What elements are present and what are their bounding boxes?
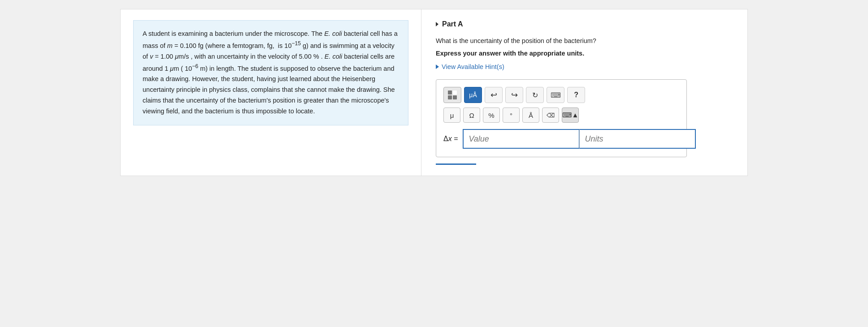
right-panel: Part A What is the uncertainty of the po… xyxy=(421,9,747,176)
undo-icon: ↩ xyxy=(490,90,497,100)
page-container: A student is examining a bacterium under… xyxy=(120,9,748,176)
question-text: What is the uncertainty of the position … xyxy=(436,37,733,44)
grid-button[interactable] xyxy=(443,87,461,103)
value-input[interactable] xyxy=(463,129,579,149)
left-panel: A student is examining a bacterium under… xyxy=(121,9,421,176)
degree-button[interactable]: ° xyxy=(503,108,520,123)
grid-cell-2 xyxy=(453,90,457,95)
mu-symbol: μ xyxy=(450,112,454,119)
undo-button[interactable]: ↩ xyxy=(485,87,503,103)
input-row: Δx = xyxy=(443,129,679,149)
backspace-button[interactable]: ⌫ xyxy=(542,108,559,123)
part-header: Part A xyxy=(436,20,733,28)
mu-button[interactable]: μ xyxy=(443,108,460,123)
angstrom-symbol: Å xyxy=(529,112,533,119)
express-text: Express your answer with the appropriate… xyxy=(436,50,733,57)
grid-cell-1 xyxy=(448,90,452,95)
part-title: Part A xyxy=(442,20,463,28)
backspace-icon: ⌫ xyxy=(547,112,555,119)
x-symbol: x xyxy=(448,135,452,142)
help-button[interactable]: ? xyxy=(567,87,585,103)
keyboard-button[interactable]: ⌨ xyxy=(547,87,564,103)
toolbar-row: μÅ ↩ ↪ ↻ ⌨ xyxy=(443,87,679,103)
grid-cell-3 xyxy=(448,95,452,99)
percent-button[interactable]: % xyxy=(483,108,500,123)
omega-button[interactable]: Ω xyxy=(463,108,480,123)
symbol-row: μ Ω % ° Å ⌫ ⌨▲ xyxy=(443,108,679,123)
problem-box: A student is examining a bacterium under… xyxy=(133,20,408,125)
delta-symbol: Δ xyxy=(443,135,448,142)
grid-cell-4 xyxy=(453,95,457,99)
refresh-button[interactable]: ↻ xyxy=(526,87,544,103)
delta-x-label: Δx = xyxy=(443,135,458,143)
mu-angstrom-label: μÅ xyxy=(469,91,477,99)
hint-link[interactable]: View Available Hint(s) xyxy=(436,63,733,70)
omega-symbol: Ω xyxy=(469,112,474,119)
units-input[interactable] xyxy=(579,129,696,149)
refresh-icon: ↻ xyxy=(532,91,538,99)
angstrom-button[interactable]: Å xyxy=(522,108,539,123)
redo-icon: ↪ xyxy=(511,90,518,100)
degree-symbol: ° xyxy=(510,112,512,119)
help-label: ? xyxy=(574,91,578,99)
answer-box: μÅ ↩ ↪ ↻ ⌨ xyxy=(436,79,687,157)
problem-text: A student is examining a bacterium under… xyxy=(143,29,399,117)
part-chevron-icon[interactable] xyxy=(436,22,438,26)
symbol-keyboard-button[interactable]: ⌨▲ xyxy=(562,108,579,123)
mu-angstrom-button[interactable]: μÅ xyxy=(464,87,482,103)
up-keyboard-icon: ⌨▲ xyxy=(562,111,579,119)
redo-button[interactable]: ↪ xyxy=(505,87,523,103)
hint-triangle-icon xyxy=(436,65,439,69)
percent-symbol: % xyxy=(488,112,494,119)
keyboard-icon: ⌨ xyxy=(551,91,561,99)
hint-label: View Available Hint(s) xyxy=(442,63,504,70)
bottom-line xyxy=(436,164,476,165)
grid-icon xyxy=(448,90,457,99)
